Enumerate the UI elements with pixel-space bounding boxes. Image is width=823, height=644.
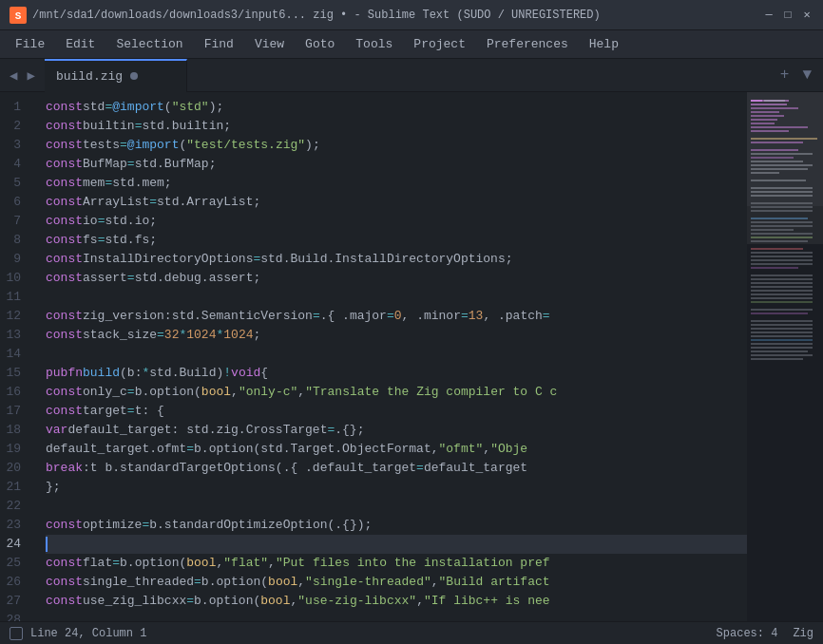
svg-rect-48 xyxy=(751,290,813,292)
menu-file[interactable]: File xyxy=(6,34,54,54)
menu-view[interactable]: View xyxy=(245,34,294,54)
line-num-11: 11 xyxy=(0,288,30,307)
language-mode[interactable]: Zig xyxy=(793,627,813,640)
editor: 1 2 3 4 5 6 7 8 9 10 11 12 13 14 15 16 1… xyxy=(0,92,823,621)
window-controls[interactable]: ─ □ ✕ xyxy=(762,9,813,22)
svg-rect-55 xyxy=(751,324,813,326)
svg-rect-45 xyxy=(751,278,813,280)
line-num-5: 5 xyxy=(0,174,30,193)
menu-preferences[interactable]: Preferences xyxy=(477,34,578,54)
line-num-3: 3 xyxy=(0,136,30,155)
titlebar-left: S /mnt/sda1/downloads/downloads3/input6.… xyxy=(10,7,601,24)
code-area[interactable]: const std = @import("std"); const builti… xyxy=(46,92,747,621)
code-line-13: const stack_size = 32 * 1024 * 1024; xyxy=(46,326,747,345)
code-line-1: const std = @import("std"); xyxy=(46,98,747,117)
tab-actions[interactable]: + ▼ xyxy=(776,65,823,85)
svg-rect-43 xyxy=(751,267,798,269)
tab-list-button[interactable]: ▼ xyxy=(798,65,815,85)
svg-rect-51 xyxy=(751,301,813,303)
tab-build-zig[interactable]: build.zig xyxy=(45,59,187,92)
svg-rect-53 xyxy=(751,313,808,314)
svg-rect-40 xyxy=(751,256,813,257)
code-line-11 xyxy=(46,288,747,307)
line-num-19: 19 xyxy=(0,440,30,459)
line-num-13: 13 xyxy=(0,326,30,345)
line-num-16: 16 xyxy=(0,383,30,402)
code-line-5: const mem = std.mem; xyxy=(46,174,747,193)
line-num-17: 17 xyxy=(0,402,30,421)
code-line-15: pub fn build(b: *std.Build) !void { xyxy=(46,364,747,383)
line-num-10: 10 xyxy=(0,269,30,288)
line-num-18: 18 xyxy=(0,421,30,440)
svg-rect-60 xyxy=(751,343,813,345)
line-num-14: 14 xyxy=(0,345,30,364)
svg-rect-46 xyxy=(751,282,813,284)
line-num-27: 27 xyxy=(0,592,30,611)
status-indicator-icon xyxy=(10,627,23,640)
svg-rect-44 xyxy=(751,275,813,276)
code-line-26: const single_threaded = b.option(bool, "… xyxy=(46,573,747,592)
line-numbers: 1 2 3 4 5 6 7 8 9 10 11 12 13 14 15 16 1… xyxy=(0,92,46,621)
code-line-10: const assert = std.debug.assert; xyxy=(46,269,747,288)
line-num-6: 6 xyxy=(0,193,30,212)
line-num-7: 7 xyxy=(0,212,30,231)
svg-rect-49 xyxy=(751,294,813,295)
line-num-22: 22 xyxy=(0,497,30,516)
tab-prev-arrow[interactable]: ◀ xyxy=(6,66,21,85)
svg-rect-63 xyxy=(751,354,813,356)
code-line-19: default_target.ofmt = b.option(std.Targe… xyxy=(46,440,747,459)
new-tab-button[interactable]: + xyxy=(776,65,794,85)
line-num-28: 28 xyxy=(0,611,30,621)
maximize-button[interactable]: □ xyxy=(781,9,794,22)
menu-edit[interactable]: Edit xyxy=(56,34,105,54)
statusbar: Line 24, Column 1 Spaces: 4 Zig xyxy=(0,621,823,644)
line-num-23: 23 xyxy=(0,516,30,535)
titlebar: S /mnt/sda1/downloads/downloads3/input6.… xyxy=(0,0,823,30)
line-num-1: 1 xyxy=(0,98,30,117)
statusbar-right: Spaces: 4 Zig xyxy=(717,627,813,640)
tab-filename: build.zig xyxy=(56,69,123,84)
code-line-2: const builtin = std.builtin; xyxy=(46,117,747,136)
tabbar: ◀ ▶ build.zig + ▼ xyxy=(0,59,823,92)
indentation-info[interactable]: Spaces: 4 xyxy=(717,627,778,640)
code-line-6: const ArrayList = std.ArrayList; xyxy=(46,193,747,212)
code-line-17: const target = t: { xyxy=(46,402,747,421)
code-line-20: break :t b.standardTargetOptions(.{ .def… xyxy=(46,459,747,478)
code-line-22 xyxy=(46,497,747,516)
menu-tools[interactable]: Tools xyxy=(346,34,402,54)
tab-scroll-arrows[interactable]: ◀ ▶ xyxy=(0,66,45,85)
menu-goto[interactable]: Goto xyxy=(296,34,344,54)
close-button[interactable]: ✕ xyxy=(800,9,813,22)
menu-project[interactable]: Project xyxy=(404,34,475,54)
code-line-24 xyxy=(46,535,747,554)
code-line-16: const only_c = b.option(bool, "only-c", … xyxy=(46,383,747,402)
line-num-12: 12 xyxy=(0,307,30,326)
code-line-7: const io = std.io; xyxy=(46,212,747,231)
menu-help[interactable]: Help xyxy=(580,34,628,54)
tab-next-arrow[interactable]: ▶ xyxy=(23,66,38,85)
minimize-button[interactable]: ─ xyxy=(762,9,775,22)
svg-rect-52 xyxy=(751,309,813,311)
code-line-25: const flat = b.option(bool, "flat", "Put… xyxy=(46,554,747,573)
menu-find[interactable]: Find xyxy=(195,34,243,54)
code-line-12: const zig_version: std.SemanticVersion =… xyxy=(46,307,747,326)
cursor-position: Line 24, Column 1 xyxy=(30,627,146,640)
svg-rect-39 xyxy=(751,252,813,254)
svg-rect-61 xyxy=(751,347,813,349)
svg-rect-41 xyxy=(751,259,813,261)
svg-rect-42 xyxy=(751,263,813,265)
menu-selection[interactable]: Selection xyxy=(106,34,192,54)
minimap-viewport xyxy=(747,92,823,244)
line-num-20: 20 xyxy=(0,459,30,478)
svg-rect-62 xyxy=(751,350,808,352)
svg-rect-56 xyxy=(751,328,813,330)
code-line-8: const fs = std.fs; xyxy=(46,231,747,250)
tab-modified-indicator xyxy=(130,72,138,80)
line-num-25: 25 xyxy=(0,554,30,573)
sublime-icon: S xyxy=(10,7,27,24)
line-num-15: 15 xyxy=(0,364,30,383)
svg-rect-59 xyxy=(751,339,813,341)
minimap[interactable] xyxy=(747,92,823,621)
svg-rect-57 xyxy=(751,331,813,333)
code-line-23: const optimize = b.standardOptimizeOptio… xyxy=(46,516,747,535)
